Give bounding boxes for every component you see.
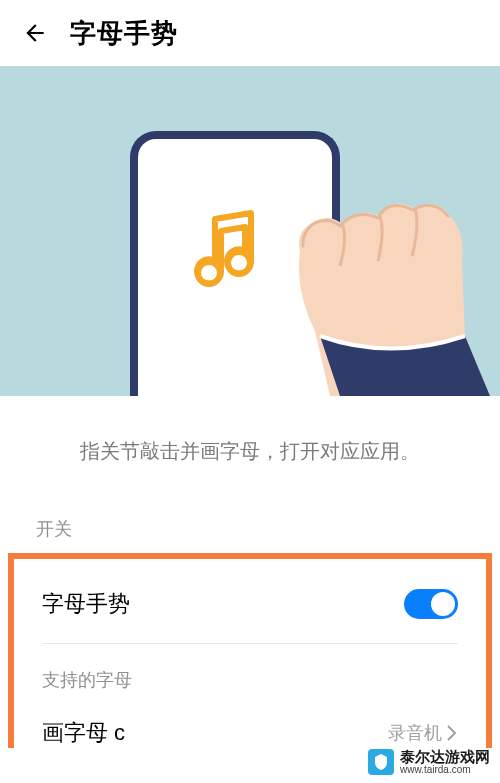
- watermark-logo-icon: [368, 749, 394, 775]
- watermark: 泰尔达游戏网 www.tairda.com: [368, 749, 490, 775]
- supported-letters-label: 支持的字母: [14, 648, 486, 706]
- back-button[interactable]: [20, 18, 50, 48]
- page-title: 字母手势: [70, 16, 178, 51]
- letter-gesture-toggle-row[interactable]: 字母手势: [14, 565, 486, 643]
- chevron-right-icon: [446, 724, 458, 742]
- switch-section-label: 开关: [0, 505, 500, 553]
- top-bar: 字母手势: [0, 0, 500, 66]
- divider: [42, 643, 458, 644]
- hero-illustration: [0, 66, 500, 396]
- highlight-box: 字母手势 支持的字母 画字母 c 录音机: [8, 553, 492, 748]
- back-arrow-icon: [22, 20, 48, 46]
- item-label: 画字母 c: [42, 718, 125, 748]
- watermark-url: www.tairda.com: [400, 764, 490, 775]
- toggle-switch[interactable]: [404, 589, 458, 619]
- item-value: 录音机: [388, 721, 442, 745]
- description-text: 指关节敲击并画字母，打开对应应用。: [0, 396, 500, 505]
- letter-c-item[interactable]: 画字母 c 录音机: [14, 706, 486, 748]
- toggle-label: 字母手势: [42, 589, 130, 619]
- item-value-group: 录音机: [388, 721, 458, 745]
- hand-illustration: [240, 136, 490, 396]
